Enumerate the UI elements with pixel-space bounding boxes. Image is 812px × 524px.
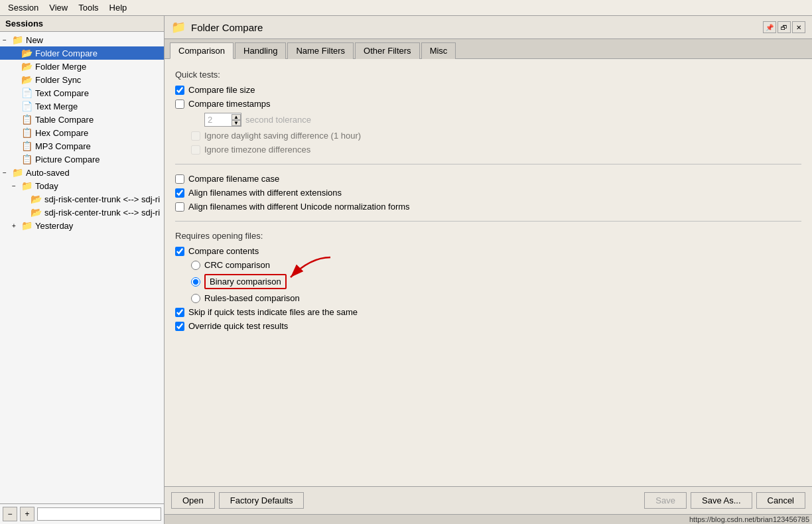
timestamp-arrows: ▲ ▼	[232, 114, 241, 126]
binary-highlight-box: Binary comparison	[204, 274, 287, 289]
tab-other-filters[interactable]: Other Filters	[355, 42, 420, 59]
tree-icon-table-compare: 📋	[21, 114, 33, 125]
ignore-tz-checkbox[interactable]	[191, 145, 200, 155]
tree-icon-sdj1: 📂	[31, 194, 42, 204]
expander-today[interactable]: −	[12, 182, 20, 190]
sidebar-item-table-compare[interactable]: 📋Table Compare	[0, 113, 164, 126]
radio-section: CRC comparison	[191, 260, 801, 303]
tree-label-auto-saved: Auto-saved	[26, 168, 70, 178]
expander-auto-saved[interactable]: −	[3, 169, 11, 176]
compare-timestamps-row: Compare timestamps	[175, 99, 801, 109]
skip-quick-label: Skip if quick tests indicate files are t…	[188, 307, 358, 317]
timestamp-spinbox[interactable]: 2 ▲ ▼	[204, 113, 241, 127]
skip-quick-checkbox[interactable]	[175, 308, 184, 317]
bottom-right-buttons: Save Save As... Cancel	[644, 492, 805, 509]
cancel-button[interactable]: Cancel	[756, 492, 805, 509]
tab-misc[interactable]: Misc	[421, 42, 456, 59]
tab-name-filters[interactable]: Name Filters	[287, 42, 354, 59]
sidebar-item-folder-compare[interactable]: 📂Folder Compare	[0, 46, 164, 60]
crc-radio[interactable]	[191, 261, 200, 270]
tabs-bar: ComparisonHandlingName FiltersOther Filt…	[165, 39, 812, 59]
expander-new-group[interactable]: −	[3, 36, 11, 44]
binary-row: Binary comparison	[191, 274, 801, 289]
tab-handling[interactable]: Handling	[235, 42, 286, 59]
sidebar-item-picture-compare[interactable]: 📋Picture Compare	[0, 153, 164, 166]
compare-contents-row: Compare contents	[175, 246, 801, 256]
compare-filename-checkbox[interactable]	[175, 174, 184, 184]
binary-label: Binary comparison	[210, 277, 281, 287]
sidebar-search-input[interactable]	[37, 507, 161, 521]
comparison-panel: Quick tests: Compare file size Compare t…	[165, 59, 812, 486]
align-unicode-checkbox[interactable]	[175, 202, 184, 212]
separator-2	[175, 221, 801, 222]
rules-label: Rules-based comparison	[204, 293, 300, 303]
sidebar-title: Sessions	[0, 16, 164, 32]
menu-help[interactable]: Help	[104, 1, 133, 14]
save-as-button[interactable]: Save As...	[691, 492, 752, 509]
sidebar-item-yesterday[interactable]: +📁Yesterday	[0, 219, 164, 232]
skip-quick-row: Skip if quick tests indicate files are t…	[175, 307, 801, 317]
save-button[interactable]: Save	[644, 492, 687, 509]
compare-contents-label: Compare contents	[188, 246, 259, 256]
tree-label-picture-compare: Picture Compare	[35, 155, 100, 164]
content-area: 📁 Folder Compare 📌 🗗 ✕ ComparisonHandlin…	[165, 16, 812, 524]
ignore-dst-checkbox[interactable]	[191, 131, 200, 141]
ignore-tz-label: Ignore timezone differences	[204, 145, 310, 155]
override-quick-label: Override quick test results	[188, 321, 288, 331]
override-quick-checkbox[interactable]	[175, 322, 184, 331]
ignore-dst-label: Ignore daylight saving difference (1 hou…	[204, 131, 361, 141]
sidebar-bottom: − +	[0, 503, 164, 524]
sidebar-item-sdj2[interactable]: 📂sdj-risk-center-trunk <--> sdj-ri	[0, 206, 164, 219]
rules-radio[interactable]	[191, 294, 200, 303]
compare-file-size-label: Compare file size	[188, 85, 255, 95]
title-bar: 📁 Folder Compare 📌 🗗 ✕	[165, 16, 812, 39]
sidebar-item-folder-sync[interactable]: 📂Folder Sync	[0, 73, 164, 86]
sidebar-tree[interactable]: −📁New 📂Folder Compare 📂Folder Merge 📂Fol…	[0, 32, 164, 503]
compare-timestamps-checkbox[interactable]	[175, 99, 184, 109]
align-extensions-row: Align filenames with different extension…	[175, 188, 801, 198]
sidebar-item-folder-merge[interactable]: 📂Folder Merge	[0, 60, 164, 73]
sidebar-item-mp3-compare[interactable]: 📋MP3 Compare	[0, 139, 164, 153]
sidebar: Sessions −📁New 📂Folder Compare 📂Folder M…	[0, 16, 165, 524]
tree-label-table-compare: Table Compare	[35, 115, 94, 125]
sidebar-item-sdj1[interactable]: 📂sdj-risk-center-trunk <--> sdj-ri	[0, 192, 164, 206]
sidebar-item-hex-compare[interactable]: 📋Hex Compare	[0, 126, 164, 139]
tree-label-text-merge: Text Merge	[35, 101, 78, 111]
sidebar-item-text-compare[interactable]: 📄Text Compare	[0, 86, 164, 99]
restore-button[interactable]: 🗗	[778, 21, 791, 33]
ignore-tz-row: Ignore timezone differences	[191, 145, 801, 155]
menu-view[interactable]: View	[44, 1, 73, 14]
tree-icon-folder-merge: 📂	[21, 61, 33, 72]
tree-icon-mp3-compare: 📋	[21, 141, 33, 151]
tree-label-new-group: New	[26, 35, 43, 45]
timestamp-down-arrow[interactable]: ▼	[232, 120, 241, 126]
compare-file-size-checkbox[interactable]	[175, 86, 184, 95]
align-extensions-checkbox[interactable]	[175, 188, 184, 198]
expander-yesterday[interactable]: +	[12, 222, 20, 229]
compare-contents-checkbox[interactable]	[175, 247, 184, 256]
close-button[interactable]: ✕	[792, 21, 805, 33]
sidebar-collapse-button[interactable]: −	[3, 507, 17, 521]
sidebar-item-auto-saved[interactable]: −📁Auto-saved	[0, 166, 164, 179]
open-button[interactable]: Open	[171, 492, 215, 509]
bottom-left-buttons: Open Factory Defaults	[171, 492, 304, 509]
window-title: Folder Compare	[191, 22, 263, 33]
compare-timestamps-label: Compare timestamps	[188, 99, 271, 109]
tab-comparison[interactable]: Comparison	[170, 42, 234, 59]
factory-defaults-button[interactable]: Factory Defaults	[219, 492, 304, 509]
sidebar-expand-button[interactable]: +	[20, 507, 34, 521]
timestamp-up-arrow[interactable]: ▲	[232, 114, 241, 120]
timestamp-value-input[interactable]: 2	[205, 113, 232, 126]
status-bar: https://blog.csdn.net/brian123456785	[165, 514, 812, 524]
tree-icon-text-compare: 📄	[21, 88, 33, 98]
quick-tests-label: Quick tests:	[175, 70, 801, 80]
menu-session[interactable]: Session	[3, 1, 44, 14]
binary-radio[interactable]	[191, 277, 200, 287]
sidebar-item-new-group[interactable]: −📁New	[0, 33, 164, 46]
pin-button[interactable]: 📌	[763, 21, 776, 33]
compare-filename-label: Compare filename case	[188, 174, 279, 184]
sidebar-item-text-merge[interactable]: 📄Text Merge	[0, 99, 164, 113]
bottom-bar: Open Factory Defaults Save Save As... Ca…	[165, 486, 812, 514]
sidebar-item-today[interactable]: −📁Today	[0, 179, 164, 192]
menu-tools[interactable]: Tools	[73, 1, 103, 14]
